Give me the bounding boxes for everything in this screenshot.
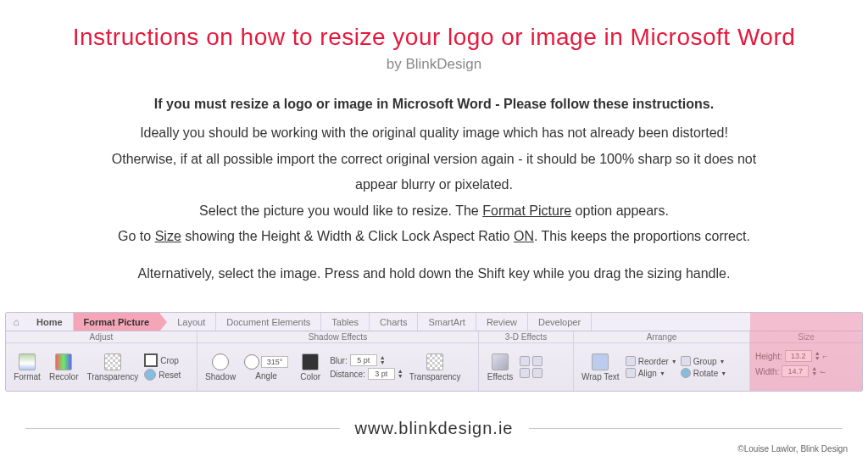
align-icon bbox=[626, 368, 636, 378]
transparency-icon bbox=[104, 353, 121, 370]
distance-input[interactable]: 3 pt bbox=[368, 368, 395, 380]
height-row: Height:13.2▲▼⌐ bbox=[755, 350, 827, 362]
transparency-icon bbox=[426, 353, 443, 370]
width-input[interactable]: 14.7 bbox=[782, 365, 809, 377]
chevron-down-icon: ▼ bbox=[671, 359, 677, 364]
shadow-button[interactable]: Shadow bbox=[203, 352, 238, 383]
instruction-body: If you must resize a logo or image in Mi… bbox=[53, 92, 815, 287]
wrap-text-button[interactable]: Wrap Text bbox=[579, 352, 622, 383]
tab-review[interactable]: Review bbox=[476, 313, 528, 331]
label: Blur: bbox=[330, 356, 348, 365]
blur-input[interactable]: 5 pt bbox=[350, 354, 377, 366]
stepper-icon[interactable]: ▲▼ bbox=[811, 366, 817, 376]
format-button[interactable]: Format bbox=[11, 352, 43, 383]
group-objects-button[interactable]: Group▼ bbox=[681, 356, 726, 366]
crop-button[interactable]: Crop bbox=[144, 353, 181, 367]
recolor-button[interactable]: Recolor bbox=[47, 352, 81, 383]
group-label: 3-D Effects bbox=[479, 331, 573, 343]
divider bbox=[529, 428, 843, 429]
tab-charts[interactable]: Charts bbox=[370, 313, 418, 331]
label: Width: bbox=[755, 367, 779, 376]
rotate-icon bbox=[681, 368, 691, 378]
width-row: Width:14.7▲▼⌙ bbox=[755, 365, 826, 377]
text: . This keeps the proportions correct. bbox=[534, 229, 750, 243]
reset-icon bbox=[144, 369, 156, 381]
tilt-icon[interactable] bbox=[520, 368, 530, 378]
stepper-icon[interactable]: ▲▼ bbox=[815, 351, 821, 361]
label: Rotate bbox=[693, 369, 718, 378]
footer: www.blinkdesign.ie bbox=[25, 419, 843, 438]
copyright: ©Louise Lawlor, Blink Design bbox=[737, 444, 848, 454]
divider bbox=[25, 428, 340, 429]
transparency-button[interactable]: Transparency bbox=[84, 352, 141, 383]
crop-corner-icon: ⌐ bbox=[823, 352, 827, 360]
paragraph: Otherwise, if at all possible import the… bbox=[53, 147, 815, 172]
text: Select the picture you would like to res… bbox=[199, 203, 482, 218]
group-label: Arrange bbox=[574, 331, 749, 343]
label: Crop bbox=[160, 356, 179, 365]
reorder-button[interactable]: Reorder▼ bbox=[626, 356, 677, 366]
ribbon-groups: Adjust Format Recolor Transparency Crop … bbox=[6, 331, 862, 391]
group-icon bbox=[681, 356, 691, 366]
tab-document-elements[interactable]: Document Elements bbox=[216, 313, 321, 331]
recolor-icon bbox=[55, 353, 72, 370]
paragraph: Ideally you should be working with the o… bbox=[53, 120, 815, 146]
size-ref: Size bbox=[155, 229, 181, 243]
lead-paragraph: If you must resize a logo or image in Mi… bbox=[53, 92, 815, 117]
crop-corner-icon: ⌙ bbox=[820, 367, 826, 376]
reset-button[interactable]: Reset bbox=[144, 369, 181, 381]
paragraph: Alternatively, select the image. Press a… bbox=[53, 261, 815, 287]
label: Reorder bbox=[638, 357, 669, 366]
label: Distance: bbox=[330, 370, 365, 379]
text: Go to bbox=[118, 229, 155, 243]
tab-format-picture[interactable]: Format Picture bbox=[74, 313, 161, 331]
label: Angle bbox=[255, 371, 277, 381]
stepper-icon[interactable]: ▲▼ bbox=[380, 355, 386, 365]
label: Recolor bbox=[49, 372, 78, 381]
tilt-icon[interactable] bbox=[532, 368, 542, 378]
label: Group bbox=[693, 357, 717, 366]
group-size: Size Height:13.2▲▼⌐ Width:14.7▲▼⌙ bbox=[750, 331, 862, 391]
label: Effects bbox=[487, 372, 513, 381]
ribbon-tabs: ⌂ Home Format Picture Layout Document El… bbox=[6, 313, 862, 331]
distance-row: Distance:3 pt▲▼ bbox=[330, 368, 403, 380]
text: showing the Height & Width & Click Lock … bbox=[181, 229, 514, 243]
tilt-icon[interactable] bbox=[520, 356, 530, 366]
angle-value[interactable]: 315° bbox=[261, 356, 288, 368]
shadow-color-button[interactable]: Color bbox=[294, 352, 326, 383]
on-ref: ON bbox=[514, 229, 534, 243]
byline: by BlinkDesign bbox=[0, 56, 868, 73]
label: Align bbox=[638, 369, 657, 378]
format-picture-ref: Format Picture bbox=[482, 203, 571, 218]
group-3d-effects: 3-D Effects Effects bbox=[479, 331, 574, 391]
blur-row: Blur:5 pt▲▼ bbox=[330, 354, 403, 366]
group-label: Size bbox=[750, 331, 862, 343]
tab-layout[interactable]: Layout bbox=[160, 313, 216, 331]
text: option appears. bbox=[571, 203, 669, 218]
shadow-transparency-button[interactable]: Transparency bbox=[407, 352, 464, 383]
group-label: Shadow Effects bbox=[198, 331, 478, 343]
chevron-down-icon: ▼ bbox=[659, 370, 665, 376]
chevron-down-icon: ▼ bbox=[720, 359, 726, 364]
angle-button[interactable]: 315° Angle bbox=[242, 353, 291, 382]
align-button[interactable]: Align▼ bbox=[626, 368, 677, 378]
tab-smartart[interactable]: SmartArt bbox=[418, 313, 476, 331]
label: Reset bbox=[159, 370, 181, 380]
group-shadow-effects: Shadow Effects Shadow 315° Angle Color B… bbox=[198, 331, 479, 391]
label: Format bbox=[14, 372, 41, 381]
tilt-icon[interactable] bbox=[532, 356, 542, 366]
tab-tables[interactable]: Tables bbox=[321, 313, 370, 331]
label: Color bbox=[300, 372, 320, 381]
stepper-icon[interactable]: ▲▼ bbox=[398, 369, 403, 379]
shadow-icon bbox=[212, 353, 229, 370]
effects-button[interactable]: Effects bbox=[484, 352, 516, 383]
tab-home[interactable]: Home bbox=[26, 313, 74, 331]
wrap-text-icon bbox=[592, 353, 609, 370]
rotate-button[interactable]: Rotate▼ bbox=[681, 368, 726, 378]
tab-developer[interactable]: Developer bbox=[528, 313, 592, 331]
home-icon[interactable]: ⌂ bbox=[6, 313, 26, 331]
label: Transparency bbox=[409, 372, 461, 381]
page-title: Instructions on how to resize your logo … bbox=[0, 24, 868, 51]
label: Height: bbox=[755, 352, 782, 361]
height-input[interactable]: 13.2 bbox=[785, 350, 812, 362]
